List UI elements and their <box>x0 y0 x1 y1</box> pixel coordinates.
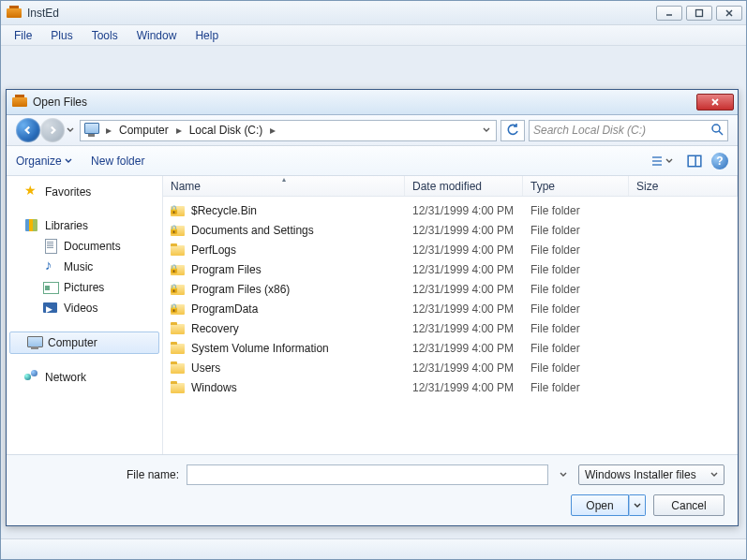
view-mode-button[interactable] <box>646 152 678 170</box>
minimize-button[interactable] <box>656 6 682 21</box>
menu-window[interactable]: Window <box>127 27 187 44</box>
file-type: File folder <box>523 361 629 375</box>
chevron-down-icon <box>710 468 718 481</box>
menu-help[interactable]: Help <box>186 27 228 44</box>
file-date: 12/31/1999 4:00 PM <box>405 243 523 257</box>
statusbar <box>1 538 746 559</box>
svg-rect-11 <box>688 155 701 166</box>
search-icon <box>710 123 724 139</box>
history-dropdown[interactable] <box>65 124 76 137</box>
nav-videos[interactable]: Videos <box>7 298 161 318</box>
filter-label: Windows Installer files <box>585 468 696 481</box>
app-icon <box>7 6 22 21</box>
menu-tools[interactable]: Tools <box>82 27 127 44</box>
help-button[interactable]: ? <box>711 153 728 169</box>
folder-icon <box>171 203 186 218</box>
filename-input[interactable] <box>187 464 548 485</box>
maximize-button[interactable] <box>686 6 712 21</box>
cancel-button[interactable]: Cancel <box>653 494 725 516</box>
svg-line-7 <box>719 131 723 135</box>
close-button[interactable] <box>716 6 742 21</box>
menu-file[interactable]: File <box>5 27 41 44</box>
file-row[interactable]: PerfLogs12/31/1999 4:00 PMFile folder <box>163 240 738 259</box>
menu-plus[interactable]: Plus <box>41 27 82 44</box>
toolbar: Organize New folder ? <box>7 146 738 176</box>
dialog-titlebar[interactable]: Open Files <box>7 90 738 115</box>
nav-computer[interactable]: Computer <box>9 332 159 354</box>
nav-network[interactable]: Network <box>7 367 161 388</box>
filename-history-dropdown[interactable] <box>556 468 571 481</box>
file-name: $Recycle.Bin <box>191 204 257 217</box>
breadcrumb[interactable]: ▸ Computer ▸ Local Disk (C:) ▸ <box>80 120 497 141</box>
svg-rect-1 <box>696 9 703 16</box>
titlebar[interactable]: InstEd <box>1 1 746 25</box>
file-row[interactable]: Documents and Settings12/31/1999 4:00 PM… <box>163 220 738 240</box>
file-name: ProgramData <box>191 302 258 316</box>
folder-icon <box>171 341 186 356</box>
file-name: Recovery <box>191 322 239 335</box>
file-list: Name▴ Date modified Type Size $Recycle.B… <box>163 176 738 454</box>
organize-button[interactable]: Organize <box>16 155 72 168</box>
file-row[interactable]: Program Files (x86)12/31/1999 4:00 PMFil… <box>163 279 738 299</box>
file-name: Program Files <box>191 263 261 276</box>
file-row[interactable]: Windows12/31/1999 4:00 PMFile folder <box>163 377 738 397</box>
file-type: File folder <box>523 302 629 316</box>
file-date: 12/31/1999 4:00 PM <box>405 224 523 237</box>
nav-documents[interactable]: Documents <box>7 236 161 257</box>
nav-libraries[interactable]: Libraries <box>7 215 161 236</box>
file-type: File folder <box>523 204 629 217</box>
file-row[interactable]: ProgramData12/31/1999 4:00 PMFile folder <box>163 299 738 318</box>
video-icon <box>43 301 58 316</box>
dialog-title: Open Files <box>33 96 87 109</box>
open-button[interactable]: Open <box>571 494 629 516</box>
column-headers: Name▴ Date modified Type Size <box>163 176 738 197</box>
music-icon <box>43 259 58 274</box>
col-size[interactable]: Size <box>629 176 738 196</box>
nav-favorites[interactable]: Favorites <box>7 182 161 202</box>
nav-music[interactable]: Music <box>7 257 161 277</box>
dialog-close-button[interactable] <box>696 94 734 111</box>
navigation-pane: Favorites Libraries Documents Music Pict… <box>7 176 163 454</box>
file-date: 12/31/1999 4:00 PM <box>405 322 523 335</box>
preview-pane-button[interactable] <box>687 154 702 169</box>
file-type: File folder <box>523 322 629 335</box>
col-name[interactable]: Name▴ <box>163 176 405 196</box>
app-title: InstEd <box>27 7 59 20</box>
col-type[interactable]: Type <box>523 176 629 196</box>
breadcrumb-dropdown[interactable] <box>478 124 495 137</box>
back-button[interactable] <box>16 118 40 142</box>
sort-asc-icon: ▴ <box>282 175 286 184</box>
chevron-right-icon[interactable]: ▸ <box>102 124 115 137</box>
file-date: 12/31/1999 4:00 PM <box>405 204 523 217</box>
navigation-row: ▸ Computer ▸ Local Disk (C:) ▸ Search Lo… <box>7 115 738 146</box>
breadcrumb-drive[interactable]: Local Disk (C:) <box>186 121 267 140</box>
computer-icon <box>27 335 42 350</box>
nav-pictures[interactable]: Pictures <box>7 277 161 298</box>
folder-icon <box>171 262 186 277</box>
col-date[interactable]: Date modified <box>405 176 523 196</box>
forward-button[interactable] <box>40 118 65 142</box>
chevron-right-icon[interactable]: ▸ <box>266 124 279 137</box>
file-row[interactable]: System Volume Information12/31/1999 4:00… <box>163 338 738 358</box>
file-name: Program Files (x86) <box>191 283 290 296</box>
refresh-button[interactable] <box>500 120 525 141</box>
file-date: 12/31/1999 4:00 PM <box>405 361 523 375</box>
file-row[interactable]: Program Files12/31/1999 4:00 PMFile fold… <box>163 259 738 279</box>
folder-icon <box>171 223 186 238</box>
search-input[interactable]: Search Local Disk (C:) <box>529 120 728 141</box>
file-type: File folder <box>523 283 629 296</box>
breadcrumb-computer[interactable]: Computer <box>115 121 172 140</box>
file-type: File folder <box>523 381 629 394</box>
file-date: 12/31/1999 4:00 PM <box>405 263 523 276</box>
star-icon <box>24 184 39 199</box>
file-rows: $Recycle.Bin12/31/1999 4:00 PMFile folde… <box>163 197 738 454</box>
open-split-button[interactable] <box>629 494 646 516</box>
new-folder-button[interactable]: New folder <box>91 155 144 168</box>
chevron-down-icon <box>65 155 72 168</box>
search-placeholder: Search Local Disk (C:) <box>533 124 646 137</box>
file-row[interactable]: Recovery12/31/1999 4:00 PMFile folder <box>163 318 738 338</box>
file-row[interactable]: Users12/31/1999 4:00 PMFile folder <box>163 358 738 377</box>
file-type-filter[interactable]: Windows Installer files <box>578 464 725 485</box>
file-row[interactable]: $Recycle.Bin12/31/1999 4:00 PMFile folde… <box>163 200 738 220</box>
chevron-right-icon[interactable]: ▸ <box>172 124 186 137</box>
